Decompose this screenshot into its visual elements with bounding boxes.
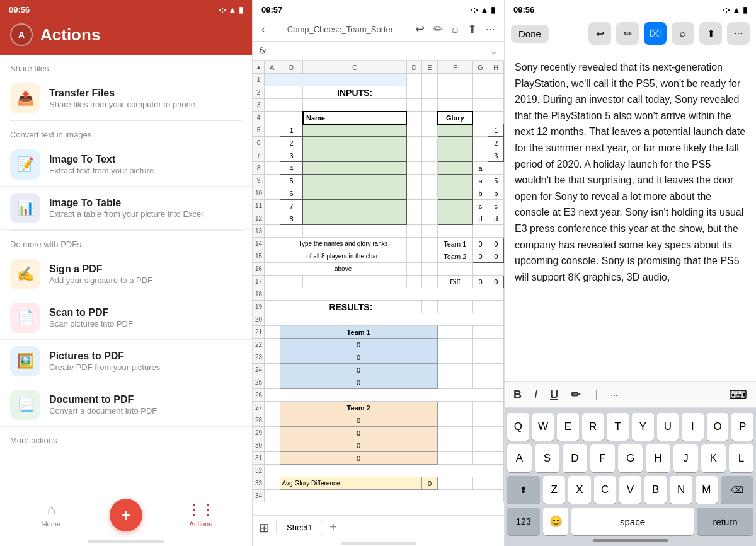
fab-button[interactable]: +: [110, 499, 142, 531]
pen-format-button[interactable]: ✏: [571, 388, 580, 402]
key-C[interactable]: C: [594, 476, 616, 504]
home-button[interactable]: ⌂ Home: [32, 502, 70, 528]
image-to-table-icon: 📊: [10, 193, 40, 223]
key-Z[interactable]: Z: [543, 476, 565, 504]
space-key[interactable]: space: [571, 508, 694, 535]
table-row: 13: [253, 225, 504, 238]
list-item[interactable]: 📃 Document to PDF Convert a document int…: [0, 383, 252, 427]
more-tool-icon[interactable]: ···: [727, 22, 750, 45]
search-tool-icon[interactable]: ⌕: [672, 22, 694, 45]
key-A[interactable]: A: [507, 444, 532, 472]
action-title-transfer: Transfer Files: [49, 88, 242, 99]
col-header-f[interactable]: F: [437, 61, 472, 74]
key-F[interactable]: F: [590, 444, 615, 472]
key-I[interactable]: I: [682, 413, 704, 441]
table-row: 12 8 d d: [253, 212, 504, 225]
key-G[interactable]: G: [618, 444, 643, 472]
table-row: 1: [253, 74, 504, 86]
home-indicator: [593, 539, 668, 542]
italic-button[interactable]: I: [534, 388, 537, 402]
col-header-e[interactable]: E: [422, 61, 438, 74]
add-sheet-button[interactable]: +: [329, 520, 337, 535]
home-indicator: [88, 540, 164, 543]
done-button[interactable]: Done: [511, 25, 549, 43]
home-icon: ⌂: [47, 502, 55, 518]
key-N[interactable]: N: [670, 476, 692, 504]
table-row: 8 4 a: [253, 162, 504, 175]
text-select-icon[interactable]: ⌧: [644, 22, 667, 45]
col-header-a[interactable]: A: [265, 61, 280, 74]
key-K[interactable]: K: [701, 444, 726, 472]
key-U[interactable]: U: [657, 413, 679, 441]
return-key[interactable]: return: [697, 508, 753, 535]
expand-icon[interactable]: ⌄: [490, 46, 498, 56]
key-W[interactable]: W: [532, 413, 554, 441]
key-Q[interactable]: Q: [507, 413, 529, 441]
formula-input[interactable]: [272, 46, 485, 56]
search-icon[interactable]: ⌕: [452, 23, 459, 36]
list-item[interactable]: 📄 Scan to PDF Scan pictures into PDF: [0, 296, 252, 340]
key-T[interactable]: T: [607, 413, 629, 441]
pen-tool-icon[interactable]: ✏: [616, 22, 639, 45]
key-E[interactable]: E: [557, 413, 579, 441]
share-icon[interactable]: ⬆: [467, 22, 477, 36]
more-icon[interactable]: ···: [486, 23, 495, 36]
key-D[interactable]: D: [563, 444, 587, 472]
share-tool-icon[interactable]: ⬆: [699, 22, 722, 45]
list-item[interactable]: 📤 Transfer Files Share files from your c…: [0, 77, 252, 120]
key-B[interactable]: B: [644, 476, 667, 504]
battery-icon: ▮: [239, 5, 243, 15]
key-O[interactable]: O: [707, 413, 729, 441]
more-format-button[interactable]: ···: [610, 390, 618, 400]
bold-button[interactable]: B: [513, 388, 522, 402]
undo-icon[interactable]: ↩: [415, 22, 425, 36]
col-header-g[interactable]: G: [472, 61, 488, 74]
page-title: Actions: [40, 25, 100, 45]
table-row: 11 7 c c: [253, 200, 504, 212]
delete-key[interactable]: ⌫: [721, 476, 753, 504]
key-H[interactable]: H: [646, 444, 670, 472]
home-indicator: [341, 542, 416, 545]
table-row: 33 Avg Glory Difference: 0: [253, 477, 504, 490]
transfer-files-icon: 📤: [10, 83, 40, 113]
grid-icon[interactable]: ⊞: [259, 520, 270, 535]
key-R[interactable]: R: [582, 413, 604, 441]
table-row: 31 0: [253, 452, 504, 465]
col-header-b[interactable]: B: [280, 61, 303, 74]
bottom-bar: ⌂ Home + ⋮⋮ Actions: [0, 492, 252, 537]
key-S[interactable]: S: [535, 444, 559, 472]
keyboard-area: Q W E R T Y U I O P A S D F G H J K L ⬆ …: [505, 408, 756, 546]
underline-button[interactable]: U: [550, 388, 558, 402]
key-V[interactable]: V: [619, 476, 641, 504]
key-L[interactable]: L: [729, 444, 753, 472]
list-item[interactable]: ✍️ Sign a PDF Add your signature to a PD…: [0, 253, 252, 296]
key-X[interactable]: X: [568, 476, 590, 504]
key-J[interactable]: J: [673, 444, 698, 472]
undo-tool-icon[interactable]: ↩: [588, 22, 611, 45]
key-M[interactable]: M: [696, 476, 718, 504]
sheet-tab[interactable]: Sheet1: [276, 520, 323, 535]
col-header-h[interactable]: H: [488, 61, 504, 74]
emoji-key[interactable]: 😊: [543, 508, 568, 535]
table-row: 4 Name Glory: [253, 112, 504, 124]
sheet-filename: Comp_Cheese_Team_Sorter: [265, 25, 415, 34]
list-item[interactable]: 📊 Image To Table Extract a table from yo…: [0, 187, 252, 230]
action-sub-pictures: Create PDF from your pictures: [49, 363, 242, 372]
list-item[interactable]: 📝 Image To Text Extract text from your p…: [0, 143, 252, 187]
num-key[interactable]: 123: [507, 508, 540, 535]
keyboard-hide-icon[interactable]: ⌨: [729, 387, 747, 402]
sheet-bottom-bar: ⊞ Sheet1 +: [253, 515, 504, 539]
col-header-d[interactable]: D: [406, 61, 422, 74]
key-Y[interactable]: Y: [632, 413, 654, 441]
col-header-c[interactable]: C: [303, 61, 406, 74]
key-P[interactable]: P: [731, 413, 753, 441]
draw-icon[interactable]: ✏: [433, 22, 443, 36]
table-row: 22 0: [253, 339, 504, 351]
action-sub-document: Convert a document into PDF: [49, 406, 242, 415]
notes-content[interactable]: Sony recently revealed that its next-gen…: [505, 50, 756, 381]
shift-key[interactable]: ⬆: [507, 476, 540, 504]
spreadsheet-area[interactable]: ▲ A B C D E F G H 1: [253, 61, 504, 515]
list-item[interactable]: 🖼️ Pictures to PDF Create PDF from your …: [0, 340, 252, 383]
notes-toolbar-icons: ↩ ✏ ⌧ ⌕ ⬆ ···: [588, 22, 750, 45]
actions-tab-button[interactable]: ⋮⋮ Actions: [182, 502, 220, 528]
